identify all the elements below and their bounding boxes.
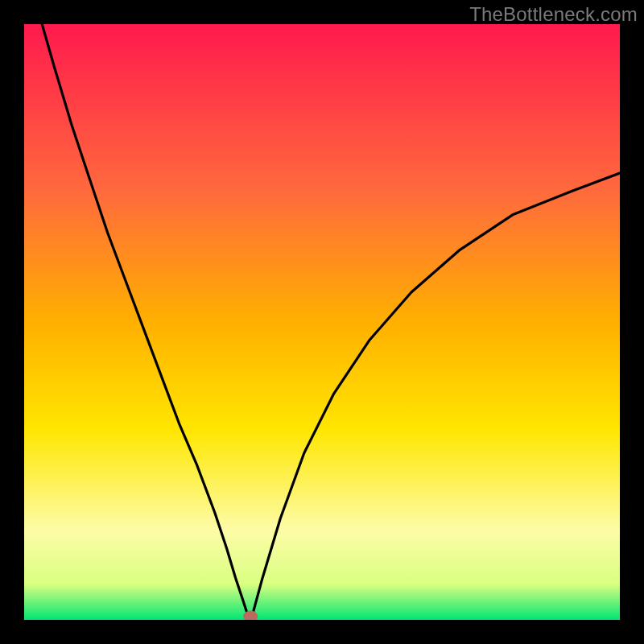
chart-svg bbox=[24, 24, 620, 620]
chart-plot-area bbox=[24, 24, 620, 620]
chart-frame: TheBottleneck.com bbox=[0, 0, 644, 644]
gradient-background bbox=[24, 24, 620, 620]
watermark-text: TheBottleneck.com bbox=[469, 3, 638, 26]
